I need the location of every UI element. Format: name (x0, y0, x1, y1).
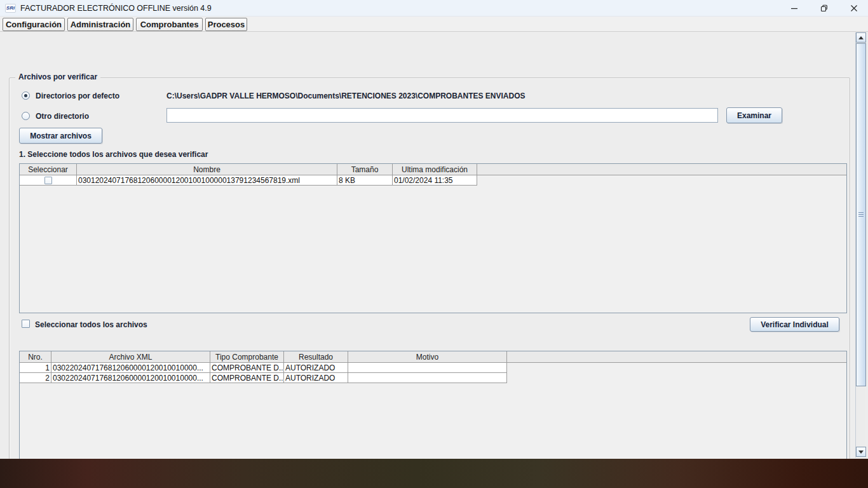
cell-archivo: 0302202407176812060000120010010000... (51, 373, 210, 383)
select-all-label: Seleccionar todos los archivos (35, 320, 147, 329)
examinar-button[interactable]: Examinar (726, 107, 782, 123)
default-directory-path: C:\Users\GADPR VALLE HERMOSO\Documents\R… (166, 92, 526, 100)
cell-tipo: COMPROBANTE D... (210, 373, 284, 383)
cell-nombre: 0301202407176812060000120010010000013791… (77, 175, 337, 186)
cell-nro: 1 (20, 363, 51, 373)
restore-icon (820, 4, 828, 12)
scrollbar-thumb[interactable] (856, 43, 866, 386)
scroll-up-button[interactable] (856, 32, 866, 43)
cell-resultado: AUTORIZADO (284, 363, 348, 373)
minimize-icon (790, 4, 798, 12)
select-all-checkbox[interactable] (22, 320, 30, 328)
menu-bar: Configuración Administración Comprobante… (0, 17, 868, 32)
main-panel: Archivos por verificar Directorios por d… (0, 32, 868, 459)
minimize-button[interactable] (782, 0, 807, 17)
close-icon (850, 4, 858, 12)
radio-otro-directorio[interactable] (22, 112, 30, 120)
other-directory-input[interactable] (166, 108, 718, 123)
groupbox-title: Archivos por verificar (15, 72, 100, 81)
radio-otro-directorio-label: Otro directorio (36, 112, 89, 121)
app-icon: SRi (5, 4, 16, 13)
row-checkbox-cell (20, 175, 77, 186)
mostrar-archivos-button[interactable]: Mostrar archivos (19, 128, 102, 144)
results-table-header: Nro. Archivo XML Tipo Comprobante Result… (20, 351, 846, 363)
cell-modificacion: 01/02/2024 11:35 (393, 175, 477, 186)
menu-comprobantes[interactable]: Comprobantes (136, 18, 203, 31)
scroll-down-button[interactable] (856, 447, 866, 457)
restore-button[interactable] (811, 0, 837, 17)
files-table-header: Seleccionar Nombre Tamaño Ultima modific… (20, 164, 846, 175)
col-archivo[interactable]: Archivo XML (51, 351, 210, 363)
col-nombre[interactable]: Nombre (77, 164, 337, 175)
radio-directorios-defecto-label: Directorios por defecto (36, 92, 119, 100)
cell-motivo (348, 363, 507, 373)
step1-label: 1. Seleccione todos los archivos que des… (19, 150, 208, 159)
menu-administracion[interactable]: Administración (67, 18, 133, 31)
col-seleccionar[interactable]: Seleccionar (20, 164, 77, 175)
taskbar: 1 GBP/USD +0,53% (0, 459, 868, 488)
col-motivo[interactable]: Motivo (348, 351, 507, 363)
results-table-row[interactable]: 1 0302202407176812060000120010010000... … (20, 363, 846, 373)
results-table-row[interactable]: 2 0302202407176812060000120010010000... … (20, 373, 846, 383)
verificar-individual-button[interactable]: Verificar Individual (750, 317, 839, 332)
files-table-row[interactable]: 0301202407176812060000120010010000013791… (20, 175, 846, 186)
window-title: FACTURADOR ELECTRÓNICO OFFLINE versión 4… (20, 4, 212, 13)
arrow-down-icon (858, 451, 864, 454)
col-tipo[interactable]: Tipo Comprobante (210, 351, 284, 363)
thumb-grip (858, 212, 864, 217)
col-resultado[interactable]: Resultado (284, 351, 348, 363)
cell-tamano: 8 KB (337, 175, 393, 186)
screen: SRi FACTURADOR ELECTRÓNICO OFFLINE versi… (0, 0, 868, 488)
title-bar: SRi FACTURADOR ELECTRÓNICO OFFLINE versi… (0, 0, 868, 17)
menu-configuracion[interactable]: Configuración (3, 18, 65, 31)
cell-tipo: COMPROBANTE D... (210, 363, 284, 373)
col-modificacion[interactable]: Ultima modificación (393, 164, 477, 175)
vertical-scrollbar[interactable] (855, 32, 865, 458)
arrow-up-icon (858, 36, 864, 39)
col-filler (477, 164, 846, 175)
col-nro[interactable]: Nro. (20, 351, 51, 363)
cell-nro: 2 (20, 373, 51, 383)
menu-procesos[interactable]: Procesos (205, 18, 247, 31)
close-button[interactable] (841, 0, 867, 17)
cell-archivo: 0302202407176812060000120010010000... (51, 363, 210, 373)
files-table: Seleccionar Nombre Tamaño Ultima modific… (19, 163, 847, 313)
radio-directorios-defecto[interactable] (22, 92, 30, 100)
col-tamano[interactable]: Tamaño (337, 164, 393, 175)
cell-motivo (348, 373, 507, 383)
col-filler (507, 351, 846, 363)
file-checkbox[interactable] (44, 177, 52, 184)
cell-resultado: AUTORIZADO (284, 373, 348, 383)
